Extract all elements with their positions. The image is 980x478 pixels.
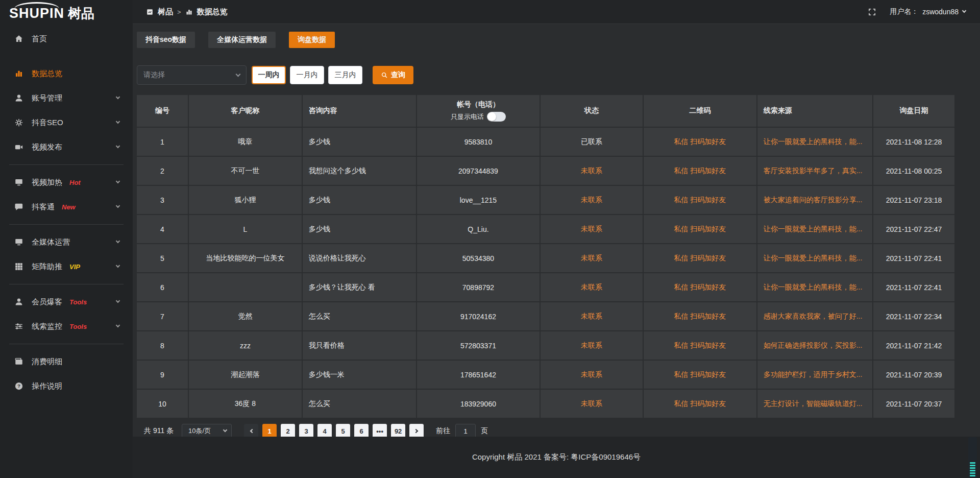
page-button-4[interactable]: 4 <box>317 424 332 438</box>
cell-status: 未联系 <box>541 390 643 418</box>
page-button-5[interactable]: 5 <box>336 424 350 438</box>
table-row-1: 1哦章多少钱9583810已联系私信 扫码加好友让你一眼就爱上的黑科技，能...… <box>137 128 947 156</box>
cell-source-link[interactable]: 让你一眼就爱上的黑科技，能... <box>757 215 872 243</box>
sidebar-item-lead-monitor[interactable]: 线索监控Tools <box>0 314 133 339</box>
sidebar-item-douyin-seo[interactable]: 抖音SEO <box>0 110 133 135</box>
sidebar-item-consumption-detail[interactable]: 消费明细 <box>0 349 133 374</box>
user-menu[interactable]: 用户名：zswodun88 <box>890 7 966 16</box>
cell-id: 3 <box>137 186 188 214</box>
username-value: zswodun88 <box>922 8 959 16</box>
breadcrumb-app[interactable]: 树品 <box>158 7 173 17</box>
cell-content: 多少钱一米 <box>303 361 416 389</box>
cell-source-link[interactable]: 客厅安装投影半年多了，真实... <box>757 157 872 185</box>
cell-source-link[interactable]: 感谢大家喜欢我家，被问了好... <box>757 302 872 330</box>
chevron-down-icon <box>116 299 120 303</box>
cell-source-link[interactable]: 让你一眼就爱上的黑科技，能... <box>757 128 872 156</box>
cell-account: 50534380 <box>417 244 540 272</box>
breadcrumb-page[interactable]: 数据总览 <box>197 7 228 17</box>
hot-badge: Hot <box>69 179 81 186</box>
cell-qrcode-link[interactable]: 私信 扫码加好友 <box>644 390 756 418</box>
tab-douyin-seo-data[interactable]: 抖音seo数据 <box>137 32 195 48</box>
sidebar-item-home[interactable]: 首页 <box>0 27 133 51</box>
cell-qrcode-link[interactable]: 私信 扫码加好友 <box>644 157 756 185</box>
page-button-6[interactable]: 6 <box>354 424 369 438</box>
sidebar-item-video-publish[interactable]: 视频发布 <box>0 135 133 159</box>
next-page-button[interactable] <box>409 424 424 438</box>
sidebar-item-data-overview[interactable]: 数据总览 <box>0 61 133 86</box>
col-header-qrcode: 二维码 <box>644 95 756 127</box>
sidebar-item-operation-guide[interactable]: ?操作说明 <box>0 374 133 398</box>
cell-qrcode-link[interactable]: 私信 扫码加好友 <box>644 273 756 301</box>
cell-qrcode-link[interactable]: 私信 扫码加好友 <box>644 186 756 214</box>
cell-date: 2021-11-08 00:25 <box>873 157 954 185</box>
period-button-one-week[interactable]: 一周内 <box>252 66 286 84</box>
col-header-account: 帐号（电话） 只显示电话 <box>417 95 540 127</box>
page-button-2[interactable]: 2 <box>281 424 295 438</box>
cell-id: 10 <box>137 390 188 418</box>
cell-content: 多少钱 <box>303 215 416 243</box>
goto-label: 前往 <box>436 426 450 436</box>
sidebar-item-video-heat[interactable]: 视频加热Hot <box>0 170 133 195</box>
phone-only-toggle[interactable] <box>487 112 506 122</box>
chart-icon <box>185 8 193 16</box>
cell-source-link[interactable]: 无主灯设计，智能磁吸轨道灯... <box>757 390 872 418</box>
sidebar-item-label: 首页 <box>32 34 47 44</box>
cell-qrcode-link[interactable]: 私信 扫码加好友 <box>644 215 756 243</box>
meter-bar <box>970 465 975 466</box>
sidebar-divider <box>9 344 124 344</box>
cell-date: 2021-11-07 22:47 <box>873 215 954 243</box>
meter-bar <box>970 467 975 469</box>
cell-qrcode-link[interactable]: 私信 扫码加好友 <box>644 361 756 389</box>
table-header-row: 编号 客户昵称 咨询内容 帐号（电话） 只显示电话 状态 二维码 线索来源 询盘… <box>137 95 947 127</box>
sidebar-item-douketong[interactable]: 抖客通New <box>0 195 133 219</box>
prev-page-button[interactable] <box>244 424 258 438</box>
cell-qrcode-link[interactable]: 私信 扫码加好友 <box>644 331 756 360</box>
cell-source-link[interactable]: 如何正确选择投影仪，买投影... <box>757 331 872 360</box>
filter-select-placeholder: 请选择 <box>143 70 165 80</box>
cell-nickname: zzz <box>189 331 302 360</box>
period-button-one-month[interactable]: 一月内 <box>290 66 324 84</box>
cell-id: 9 <box>137 361 188 389</box>
video-icon <box>14 142 24 152</box>
page-button-1[interactable]: 1 <box>262 424 277 438</box>
cell-qrcode-link[interactable]: 私信 扫码加好友 <box>644 302 756 330</box>
filter-select[interactable]: 请选择 <box>137 65 247 85</box>
monitor-icon <box>14 237 24 247</box>
chevron-down-icon <box>116 204 120 208</box>
tools-badge: Tools <box>69 323 87 330</box>
period-button-three-months[interactable]: 三月内 <box>328 66 362 84</box>
cell-source-link[interactable]: 被大家追着问的客厅投影分享... <box>757 186 872 214</box>
cell-nickname <box>189 273 302 301</box>
breadcrumb: 树品 > 数据总览 <box>146 7 228 17</box>
cell-status: 未联系 <box>541 215 643 243</box>
sidebar-item-label: 视频加热 <box>32 178 62 187</box>
table-row-5: 5当地比较能吃的一位美女说说价格让我死心50534380未联系私信 扫码加好友让… <box>137 244 947 272</box>
cell-nickname: 狐小狸 <box>189 186 302 214</box>
cell-source-link[interactable]: 多功能护栏灯，适用于乡村文... <box>757 361 872 389</box>
sidebar-item-label: 账号管理 <box>32 93 62 103</box>
cell-status: 未联系 <box>541 302 643 330</box>
page-button-3[interactable]: 3 <box>299 424 313 438</box>
sidebar-item-matrix-boost[interactable]: 矩阵助推VIP <box>0 254 133 279</box>
sidebar-item-account-management[interactable]: 账号管理 <box>0 86 133 110</box>
page-size-select[interactable]: 10条/页 <box>182 424 232 438</box>
search-button[interactable]: 查询 <box>373 66 413 84</box>
goto-page-input[interactable] <box>455 424 476 438</box>
sidebar-item-member-burst[interactable]: 会员爆客Tools <box>0 290 133 314</box>
tab-media-operation-data[interactable]: 全媒体运营数据 <box>208 32 276 48</box>
cell-id: 1 <box>137 128 188 156</box>
more-pages-button[interactable]: ••• <box>373 424 387 438</box>
cell-account: 183929060 <box>417 390 540 418</box>
cell-content: 我只看价格 <box>303 331 416 360</box>
cell-account: 917024162 <box>417 302 540 330</box>
filter-bar: 请选择 一周内一月内三月内 查询 <box>137 65 947 85</box>
col-header-account-label: 帐号（电话） <box>457 100 500 109</box>
page-button-92[interactable]: 92 <box>391 424 405 438</box>
fullscreen-icon[interactable] <box>868 8 876 16</box>
tab-inquiry-data[interactable]: 询盘数据 <box>289 32 335 48</box>
cell-qrcode-link[interactable]: 私信 扫码加好友 <box>644 128 756 156</box>
cell-qrcode-link[interactable]: 私信 扫码加好友 <box>644 244 756 272</box>
cell-source-link[interactable]: 让你一眼就爱上的黑科技，能... <box>757 244 872 272</box>
sidebar-item-media-operation[interactable]: 全媒体运营 <box>0 230 133 254</box>
cell-source-link[interactable]: 让你一眼就爱上的黑科技，能... <box>757 273 872 301</box>
